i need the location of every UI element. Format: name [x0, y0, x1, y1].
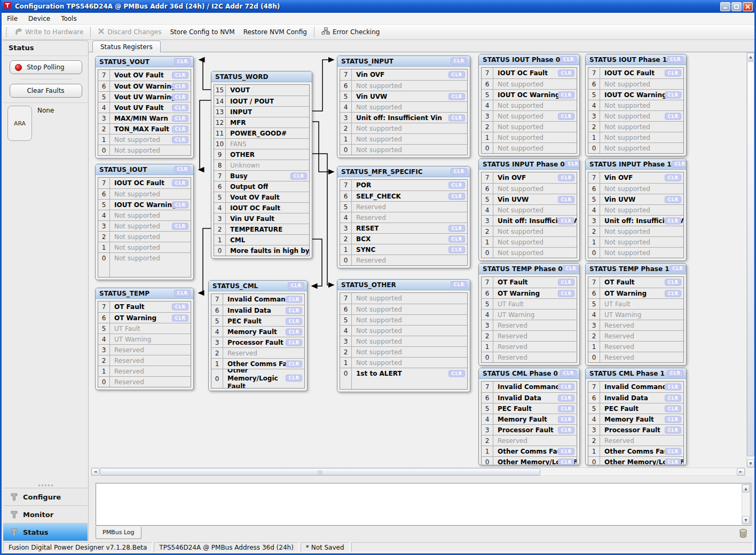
- clr-bit-button[interactable]: CLR: [172, 314, 188, 321]
- clr-all-button[interactable]: CLR: [667, 370, 683, 377]
- clr-bit-button[interactable]: CLR: [558, 279, 574, 286]
- clr-bit-button[interactable]: CLR: [286, 339, 302, 346]
- clr-bit-button[interactable]: CLR: [665, 384, 681, 391]
- maximize-button[interactable]: [731, 2, 742, 11]
- clr-bit-button[interactable]: CLR: [665, 394, 681, 401]
- clr-all-button[interactable]: CLR: [670, 265, 686, 272]
- menu-device[interactable]: Device: [23, 13, 56, 24]
- clr-bit-button[interactable]: CLR: [558, 290, 574, 297]
- clear-faults-button[interactable]: Clear Faults: [10, 84, 82, 98]
- clr-bit-button[interactable]: CLR: [448, 193, 465, 200]
- clr-bit-button[interactable]: CLR: [286, 328, 302, 335]
- clr-all-button[interactable]: CLR: [451, 168, 467, 175]
- clr-bit-button[interactable]: CLR: [172, 136, 188, 143]
- menu-file[interactable]: File: [2, 13, 23, 24]
- clr-all-button[interactable]: CLR: [451, 58, 467, 65]
- clr-bit-button[interactable]: CLR: [558, 113, 574, 120]
- splitter-handle[interactable]: [3, 483, 88, 488]
- stop-polling-button[interactable]: Stop Polling: [10, 60, 82, 74]
- menu-tools[interactable]: Tools: [56, 13, 82, 24]
- clr-bit-button[interactable]: CLR: [558, 384, 574, 391]
- clr-bit-button[interactable]: CLR: [448, 246, 465, 253]
- clr-bit-button[interactable]: CLR: [448, 235, 465, 242]
- clr-bit-button[interactable]: CLR: [172, 304, 188, 311]
- clr-bit-button[interactable]: CLR: [448, 93, 465, 100]
- clr-bit-button[interactable]: CLR: [665, 458, 681, 465]
- clr-bit-button[interactable]: CLR: [558, 405, 574, 412]
- clr-bit-button[interactable]: CLR: [665, 416, 681, 423]
- sidebar-item-monitor[interactable]: Monitor: [3, 505, 88, 523]
- clr-all-button[interactable]: CLR: [451, 281, 467, 288]
- log-scroll-down-icon[interactable]: ▼: [742, 516, 750, 524]
- clr-bit-button[interactable]: CLR: [448, 72, 465, 78]
- discard-changes-button[interactable]: Discard Changes: [93, 26, 166, 38]
- clr-all-button[interactable]: CLR: [563, 265, 579, 272]
- restore-nvm-config-button[interactable]: Restore NVM Config: [239, 26, 311, 38]
- clr-bit-button[interactable]: CLR: [172, 93, 188, 100]
- clr-bit-button[interactable]: CLR: [448, 370, 465, 377]
- clr-bit-button[interactable]: CLR: [290, 172, 307, 179]
- clr-bit-button[interactable]: CLR: [665, 405, 681, 412]
- clr-bit-button[interactable]: CLR: [665, 175, 681, 181]
- clr-bit-button[interactable]: CLR: [665, 290, 681, 297]
- log-scroll-up-icon[interactable]: ▲: [742, 485, 750, 493]
- clr-bit-button[interactable]: CLR: [665, 196, 681, 203]
- clr-bit-button[interactable]: CLR: [558, 217, 574, 224]
- store-config-to-nvm-button[interactable]: Store Config to NVM: [166, 26, 239, 38]
- horizontal-scroll-thumb[interactable]: [100, 468, 540, 475]
- clr-bit-button[interactable]: CLR: [558, 458, 574, 465]
- clr-all-button[interactable]: CLR: [174, 58, 191, 65]
- vertical-scroll-thumb[interactable]: [747, 61, 754, 456]
- clr-bit-button[interactable]: CLR: [172, 201, 188, 208]
- minimize-button[interactable]: [720, 2, 730, 11]
- clr-bit-button[interactable]: CLR: [665, 217, 681, 224]
- clr-bit-button[interactable]: CLR: [172, 180, 188, 187]
- clear-log-trash-icon[interactable]: [739, 529, 747, 540]
- clr-bit-button[interactable]: CLR: [665, 426, 681, 433]
- clr-bit-button[interactable]: CLR: [558, 448, 574, 455]
- clr-bit-button[interactable]: CLR: [558, 175, 574, 181]
- clr-bit-button[interactable]: CLR: [286, 318, 302, 324]
- clr-bit-button[interactable]: CLR: [172, 83, 188, 90]
- vertical-scrollbar[interactable]: ▲ ▼: [746, 52, 755, 468]
- scroll-down-icon[interactable]: ▼: [747, 459, 754, 467]
- clr-bit-button[interactable]: CLR: [448, 182, 465, 189]
- clr-all-button[interactable]: CLR: [560, 56, 577, 63]
- clr-bit-button[interactable]: CLR: [558, 416, 574, 423]
- clr-bit-button[interactable]: CLR: [665, 91, 681, 98]
- clr-bit-button[interactable]: CLR: [558, 70, 574, 77]
- clr-bit-button[interactable]: CLR: [172, 115, 188, 122]
- clr-bit-button[interactable]: CLR: [286, 375, 302, 382]
- clr-bit-button[interactable]: CLR: [172, 104, 188, 111]
- clr-bit-button[interactable]: CLR: [286, 296, 302, 303]
- clr-bit-button[interactable]: CLR: [286, 307, 302, 314]
- clr-bit-button[interactable]: CLR: [665, 70, 681, 77]
- ara-button[interactable]: ARA: [7, 106, 32, 141]
- clr-bit-button[interactable]: CLR: [448, 225, 465, 232]
- tab-pmbus-log[interactable]: PMBus Log: [96, 527, 141, 539]
- clr-bit-button[interactable]: CLR: [448, 114, 465, 121]
- clr-bit-button[interactable]: CLR: [665, 279, 681, 286]
- clr-bit-button[interactable]: CLR: [558, 91, 574, 98]
- clr-all-button[interactable]: CLR: [560, 370, 577, 377]
- clr-bit-button[interactable]: CLR: [665, 448, 681, 455]
- clr-bit-button[interactable]: CLR: [172, 72, 188, 79]
- log-vertical-scrollbar[interactable]: ▲ ▼: [742, 484, 750, 525]
- scroll-left-icon[interactable]: ◄: [91, 468, 99, 475]
- sidebar-item-configure[interactable]: Configure: [3, 488, 88, 505]
- clr-all-button[interactable]: CLR: [174, 290, 191, 297]
- close-button[interactable]: [743, 2, 753, 11]
- clr-bit-button[interactable]: CLR: [665, 113, 681, 120]
- error-checking-button[interactable]: Error Checking: [317, 25, 384, 39]
- clr-bit-button[interactable]: CLR: [172, 223, 188, 229]
- clr-all-button[interactable]: CLR: [672, 161, 687, 168]
- write-to-hardware-button[interactable]: Write to Hardware: [10, 26, 88, 39]
- clr-bit-button[interactable]: CLR: [558, 426, 574, 433]
- clr-bit-button[interactable]: CLR: [558, 196, 574, 203]
- scroll-right-icon[interactable]: ►: [737, 468, 745, 475]
- clr-all-button[interactable]: CLR: [565, 161, 580, 168]
- tab-status-registers[interactable]: Status Registers: [92, 41, 161, 52]
- clr-all-button[interactable]: CLR: [667, 56, 683, 63]
- sidebar-item-status[interactable]: Status: [3, 523, 88, 541]
- horizontal-scrollbar[interactable]: ◄ ►: [91, 467, 745, 476]
